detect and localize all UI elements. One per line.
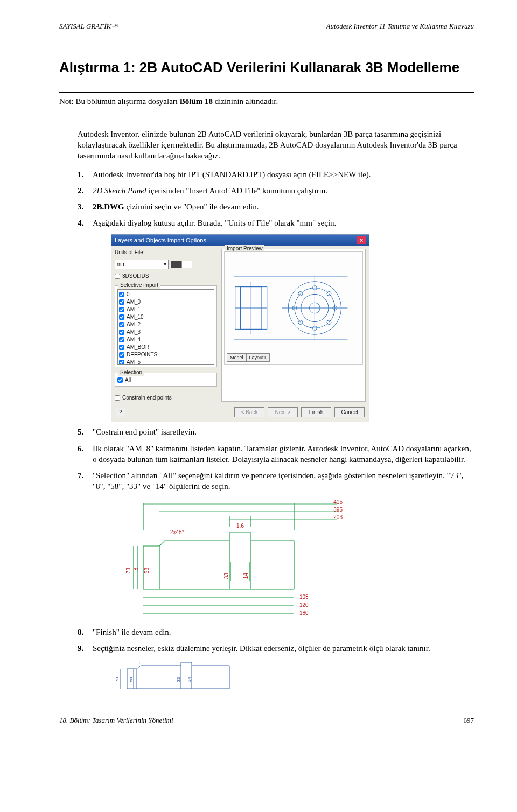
- item-body: 2B.DWG çizimini seçin ve "Open" ile deva…: [93, 201, 474, 212]
- preview-canvas[interactable]: Model Layout1: [224, 251, 363, 365]
- layer-cb[interactable]: [119, 292, 124, 297]
- italic-term: 2D Sketch Panel: [93, 186, 146, 195]
- layer-item[interactable]: AM_3: [119, 328, 213, 336]
- solids-checkbox[interactable]: 3DSOLIDS: [115, 272, 217, 280]
- item-number: 2.: [78, 185, 93, 196]
- all-cb-label: All: [125, 376, 131, 384]
- close-icon[interactable]: ×: [357, 236, 366, 244]
- solids-cb-input[interactable]: [115, 274, 120, 279]
- layer-item[interactable]: AM_1: [119, 306, 213, 313]
- all-cb-input[interactable]: [117, 377, 123, 383]
- units-label: Units of File:: [115, 249, 145, 256]
- layer-cb[interactable]: [119, 337, 124, 342]
- sketch-drawing: 73 58 33 14 8: [111, 659, 251, 699]
- item-text: çizimini seçin ve "Open" ile devam edin.: [124, 202, 259, 211]
- dim-label: 120: [299, 602, 309, 608]
- note-suffix: dizininin altındadır.: [213, 97, 278, 106]
- dim-label: 73: [115, 677, 120, 682]
- page-number: 697: [464, 716, 474, 725]
- drawing-svg: 415 395 203 1.6 2x45° 73 8 58 33 14 103 …: [111, 498, 359, 621]
- constrain-checkbox[interactable]: Constrain end points: [115, 394, 217, 402]
- layer-cb[interactable]: [119, 352, 124, 358]
- tab-layout[interactable]: Layout1: [247, 354, 269, 361]
- dim-label: 73: [125, 567, 131, 573]
- item-number: 3.: [78, 201, 93, 212]
- item-text: içerisinden "Insert AutoCAD File" komutu…: [146, 186, 327, 195]
- solids-cb-label: 3DSOLIDS: [122, 272, 149, 280]
- item-body: Aşağıdaki diyalog kutusu açılır. Burada,…: [93, 218, 474, 228]
- item-number: 7.: [78, 470, 93, 492]
- layer-list[interactable]: 0 AM_0 AM_1 AM_10 AM_2 AM_3 AM_4 AM_BOR …: [117, 289, 214, 365]
- layer-item[interactable]: AM_0: [119, 298, 213, 306]
- item-number: 1.: [78, 169, 93, 180]
- layer-item[interactable]: AM_4: [119, 336, 213, 344]
- note-box: Not: Bu bölümün alıştırma dosyaları Bölü…: [59, 92, 474, 110]
- next-button[interactable]: Next >: [268, 407, 298, 418]
- layer-cb[interactable]: [119, 307, 124, 312]
- dim-label: 33: [223, 572, 229, 579]
- layer-label: AM_1: [127, 306, 141, 313]
- item-body: "Finish" ile devam edin.: [93, 627, 474, 638]
- import-options-dialog: Layers and Objects Import Options × Unit…: [111, 234, 369, 423]
- layer-item[interactable]: AM_5: [119, 359, 213, 365]
- constrain-cb-label: Constrain end points: [122, 394, 172, 402]
- preview-panel: Import Preview: [221, 249, 366, 402]
- constrain-cb-input[interactable]: [115, 395, 120, 401]
- layer-cb[interactable]: [119, 314, 124, 320]
- layer-cb[interactable]: [119, 345, 124, 350]
- footer-left: 18. Bölüm: Tasarım Verilerinin Yönetimi: [59, 716, 173, 725]
- header-right: Autodesk Inventor 11 Tanıtma ve Kullanma…: [326, 22, 474, 31]
- unit-toggle[interactable]: [171, 261, 192, 268]
- item-body: Autodesk Inventor'da boş bir IPT (STANDA…: [93, 169, 474, 180]
- note-prefix: Not: Bu bölümün alıştırma dosyaları: [59, 97, 180, 106]
- dim-label: 33: [176, 677, 181, 682]
- layer-cb[interactable]: [119, 299, 124, 305]
- question-icon: ?: [119, 409, 122, 416]
- item-body: Seçtiğiniz nesneler, eskiz düzlemine yer…: [93, 643, 474, 654]
- layer-cb[interactable]: [119, 330, 124, 335]
- instruction-list: 1. Autodesk Inventor'da boş bir IPT (STA…: [78, 169, 474, 229]
- selective-import-group: Selective import 0 AM_0 AM_1 AM_10 AM_2 …: [115, 285, 217, 367]
- preview-tabs[interactable]: Model Layout1: [227, 353, 270, 362]
- layer-cb[interactable]: [119, 322, 124, 327]
- item-body: İlk olarak "AM_8" katmanını listeden kap…: [93, 443, 474, 465]
- layer-label: AM_4: [127, 336, 141, 344]
- dim-label: 14: [243, 572, 249, 579]
- dim-label: 58: [144, 567, 150, 573]
- dim-label: 8: [139, 661, 142, 666]
- tab-model[interactable]: Model: [227, 354, 247, 361]
- page-header: SAYISAL GRAFİK™ Autodesk Inventor 11 Tan…: [59, 22, 474, 31]
- selection-legend: Selection: [118, 369, 144, 376]
- help-button[interactable]: ?: [116, 408, 125, 417]
- dimension-drawing: 415 395 203 1.6 2x45° 73 8 58 33 14 103 …: [111, 498, 359, 621]
- sketch-svg: 73 58 33 14 8: [111, 659, 251, 697]
- all-checkbox[interactable]: All: [117, 376, 214, 384]
- dialog-title: Layers and Objects Import Options: [115, 236, 206, 244]
- layer-item[interactable]: AM_BOR: [119, 344, 213, 351]
- cancel-button[interactable]: Cancel: [334, 407, 365, 418]
- layer-label: AM_3: [127, 328, 141, 336]
- units-value: mm: [117, 261, 126, 268]
- layer-item[interactable]: 0: [119, 291, 213, 298]
- layer-cb[interactable]: [119, 360, 124, 365]
- page-footer: 18. Bölüm: Tasarım Verilerinin Yönetimi …: [59, 716, 474, 725]
- layer-label: AM_0: [127, 298, 141, 306]
- layer-label: AM_5: [127, 359, 141, 365]
- back-button[interactable]: < Back: [234, 407, 264, 418]
- layer-item[interactable]: DEFPOINTS: [119, 351, 213, 359]
- layer-item[interactable]: AM_10: [119, 313, 213, 321]
- preview-drawing-icon: [225, 252, 362, 364]
- header-left: SAYISAL GRAFİK™: [59, 22, 118, 31]
- layer-label: DEFPOINTS: [127, 351, 157, 359]
- finish-button[interactable]: Finish: [301, 407, 331, 418]
- selection-group: Selection All: [115, 373, 217, 387]
- units-dropdown[interactable]: mm ▾: [115, 260, 169, 269]
- item-number: 8.: [78, 627, 93, 638]
- instruction-list-cont: 5. "Costrain end point" işaretleyin. 6. …: [78, 426, 474, 492]
- dim-label: 2x45°: [170, 529, 184, 535]
- item-number: 5.: [78, 426, 93, 437]
- selective-legend: Selective import: [118, 282, 160, 289]
- layer-item[interactable]: AM_2: [119, 321, 213, 328]
- page-title: Alıştırma 1: 2B AutoCAD Verilerini Kulla…: [59, 58, 474, 77]
- item-body: "Costrain end point" işaretleyin.: [93, 426, 474, 437]
